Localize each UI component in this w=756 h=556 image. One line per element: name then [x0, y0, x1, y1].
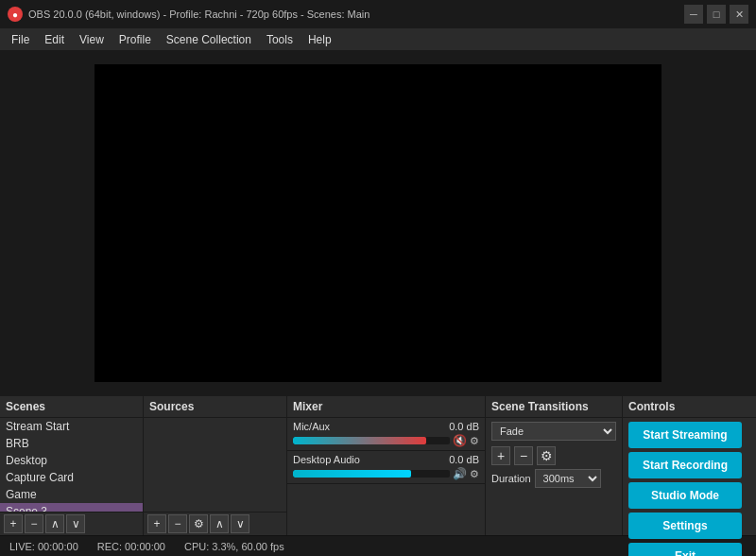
studio-mode-button[interactable]: Studio Mode: [628, 482, 742, 509]
menu-scene-collection[interactable]: Scene Collection: [159, 28, 259, 50]
menu-file[interactable]: File: [4, 28, 37, 50]
transition-remove-button[interactable]: −: [514, 446, 533, 465]
scenes-down-button[interactable]: ∨: [66, 514, 85, 533]
scenes-content: Stream Start BRB Desktop Capture Card Ga…: [0, 418, 143, 512]
preview-area: [0, 51, 756, 395]
mixer-track-db-desktop: 0.0 dB: [449, 454, 479, 465]
maximize-button[interactable]: □: [707, 5, 726, 24]
sources-toolbar: + − ⚙ ∧ ∨: [144, 512, 286, 535]
scene-item[interactable]: Game: [0, 486, 143, 503]
bottom-panels: Scenes Stream Start BRB Desktop Capture …: [0, 395, 756, 535]
scenes-add-button[interactable]: +: [4, 514, 23, 533]
fader-mic[interactable]: [293, 437, 450, 444]
scene-item[interactable]: BRB: [0, 435, 143, 452]
rec-status: REC: 00:00:00: [97, 541, 165, 552]
controls-header: Controls: [623, 396, 756, 418]
title-bar-text: OBS 20.0.0 (64bit, windows) - Profile: R…: [28, 9, 369, 20]
transition-type-select[interactable]: Fade Cut Swipe Slide: [491, 422, 616, 441]
duration-label: Duration: [491, 473, 531, 484]
scene-item[interactable]: Stream Start: [0, 418, 143, 435]
duration-select[interactable]: 300ms 500ms 700ms 1000ms: [535, 469, 601, 488]
mixer-panel: Mixer Mic/Aux 0.0 dB 🔇 ⚙ Desk: [287, 396, 486, 535]
menu-bar: File Edit View Profile Scene Collection …: [0, 28, 756, 51]
mixer-header: Mixer: [287, 396, 485, 418]
scenes-panel: Scenes Stream Start BRB Desktop Capture …: [0, 396, 144, 535]
close-button[interactable]: ✕: [730, 5, 748, 24]
title-bar-left: ● OBS 20.0.0 (64bit, windows) - Profile:…: [8, 7, 369, 22]
transitions-panel: Scene Transitions Fade Cut Swipe Slide +…: [486, 396, 623, 535]
transitions-header: Scene Transitions: [486, 396, 622, 418]
app-icon: ●: [8, 7, 23, 22]
menu-tools[interactable]: Tools: [259, 28, 301, 50]
sources-gear-button[interactable]: ⚙: [189, 514, 208, 533]
gear-icon-mic[interactable]: ⚙: [470, 435, 479, 447]
start-recording-button[interactable]: Start Recording: [628, 452, 742, 478]
transitions-content: Fade Cut Swipe Slide + − ⚙ Duration 300m…: [486, 418, 622, 535]
scenes-toolbar: + − ∧ ∨: [0, 512, 143, 535]
scene-item-active[interactable]: Scene 3: [0, 503, 143, 512]
mixer-track-mic: Mic/Aux 0.0 dB 🔇 ⚙: [287, 418, 485, 451]
controls-panel: Controls Start Streaming Start Recording…: [623, 396, 756, 535]
window-controls: ─ □ ✕: [684, 5, 748, 24]
gear-icon-desktop[interactable]: ⚙: [470, 468, 479, 480]
scenes-header: Scenes: [0, 396, 143, 418]
scenes-up-button[interactable]: ∧: [45, 514, 64, 533]
mixer-track-name-desktop: Desktop Audio: [293, 454, 360, 465]
minimize-button[interactable]: ─: [684, 5, 703, 24]
sources-down-button[interactable]: ∨: [231, 514, 249, 533]
sources-add-button[interactable]: +: [147, 514, 166, 533]
mixer-track-name-mic: Mic/Aux: [293, 421, 330, 432]
scene-item[interactable]: Capture Card: [0, 469, 143, 486]
control-buttons: Start Streaming Start Recording Studio M…: [623, 418, 756, 556]
cpu-status: CPU: 3.3%, 60.00 fps: [184, 541, 284, 552]
sources-header: Sources: [144, 396, 286, 418]
title-bar: ● OBS 20.0.0 (64bit, windows) - Profile:…: [0, 0, 756, 28]
sources-panel: Sources + − ⚙ ∧ ∨: [144, 396, 287, 535]
mixer-content: Mic/Aux 0.0 dB 🔇 ⚙ Desktop Audio 0.0 dB: [287, 418, 485, 513]
mute-icon-mic[interactable]: 🔇: [453, 434, 467, 447]
scenes-remove-button[interactable]: −: [25, 514, 43, 533]
mixer-track-desktop: Desktop Audio 0.0 dB 🔊 ⚙: [287, 451, 485, 484]
fader-desktop[interactable]: [293, 470, 450, 478]
menu-help[interactable]: Help: [301, 28, 339, 50]
sources-up-button[interactable]: ∧: [210, 514, 229, 533]
sources-remove-button[interactable]: −: [168, 514, 187, 533]
menu-edit[interactable]: Edit: [37, 28, 72, 50]
settings-button[interactable]: Settings: [628, 513, 742, 539]
exit-button[interactable]: Exit: [628, 543, 742, 556]
transition-add-button[interactable]: +: [491, 446, 510, 465]
fader-fill-mic: [293, 437, 426, 444]
menu-profile[interactable]: Profile: [112, 28, 159, 50]
fader-fill-desktop: [293, 470, 411, 478]
mute-icon-desktop[interactable]: 🔊: [453, 467, 467, 480]
live-status: LIVE: 00:00:00: [9, 541, 78, 552]
start-streaming-button[interactable]: Start Streaming: [628, 422, 742, 448]
scene-list: Stream Start BRB Desktop Capture Card Ga…: [0, 418, 143, 512]
preview-canvas: [94, 64, 662, 382]
scene-item[interactable]: Desktop: [0, 452, 143, 469]
mixer-track-db-mic: 0.0 dB: [449, 421, 479, 432]
menu-view[interactable]: View: [72, 28, 112, 50]
sources-content: [144, 418, 286, 512]
transition-gear-button[interactable]: ⚙: [537, 446, 556, 465]
